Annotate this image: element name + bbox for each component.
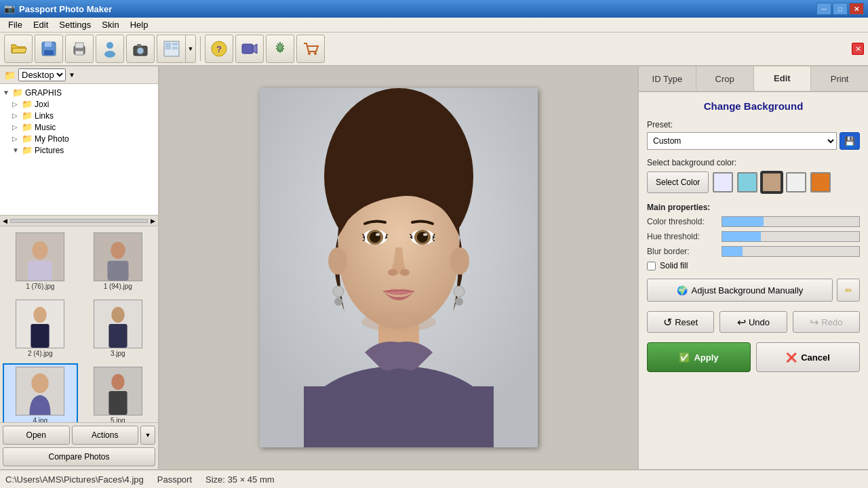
svg-rect-32	[31, 324, 50, 348]
thumb-item-3[interactable]: 3.jpg	[81, 296, 156, 361]
tab-id-type[interactable]: ID Type	[639, 66, 696, 91]
folder-expand-btn[interactable]: ▼	[68, 71, 75, 79]
hscroll-right[interactable]: ▶	[149, 218, 157, 224]
svg-point-23	[314, 52, 317, 55]
toolbar-camera[interactable]	[126, 35, 155, 63]
cancel-label: Cancel	[801, 352, 830, 363]
bottom-row1: Open Actions ▼	[3, 426, 155, 445]
app-title: Passport Photo Maker	[19, 4, 816, 14]
tree-exp-links[interactable]: ▷	[12, 112, 22, 119]
tree-expander-graphis[interactable]: ▼	[3, 89, 12, 96]
blur-border-slider[interactable]	[722, 246, 860, 257]
tree-item-links[interactable]: ▷ 📁 Links	[12, 110, 155, 121]
redo-button[interactable]: ↪ Redo	[793, 311, 860, 333]
hue-threshold-slider[interactable]	[722, 231, 860, 242]
thumb-item-1[interactable]: 1 (94).jpg	[81, 229, 156, 293]
svg-point-31	[34, 307, 47, 323]
tree-item-music[interactable]: ▷ 📁 Music	[12, 121, 155, 133]
menu-help[interactable]: Help	[125, 18, 154, 31]
tree-exp-pictures[interactable]: ▼	[12, 146, 22, 154]
tree-folder-icon-links: 📁	[22, 110, 33, 121]
color-threshold-row: Color threshold:	[647, 216, 860, 227]
thumb-item-4[interactable]: 4.jpg	[3, 363, 78, 422]
select-color-button[interactable]: Select Color	[647, 171, 709, 193]
pencil-button[interactable]: ✏	[837, 279, 860, 302]
tab-edit[interactable]: Edit	[754, 66, 812, 91]
toolbar-person[interactable]	[96, 35, 124, 63]
thumb-item-2[interactable]: 2 (4).jpg	[3, 296, 78, 361]
cancel-button[interactable]: ❌ Cancel	[756, 342, 860, 372]
actions-button[interactable]: Actions	[72, 426, 139, 445]
maximize-button[interactable]: □	[833, 3, 848, 15]
menu-edit[interactable]: Edit	[28, 18, 54, 31]
toolbar-open[interactable]	[4, 35, 33, 63]
menu-file[interactable]: File	[3, 18, 28, 31]
compare-photos-button[interactable]: Compare Photos	[3, 447, 155, 466]
tree-item-pictures[interactable]: ▼ 📁 Pictures	[12, 144, 155, 156]
file-browser: 📁 Desktop ▼ ▼ 📁 GRAPHIS ▷ 📁 Joxi	[0, 66, 158, 226]
solid-fill-label: Solid fill	[660, 261, 688, 270]
color-threshold-slider[interactable]	[722, 216, 860, 227]
color-swatch-1[interactable]	[737, 172, 757, 192]
thumb-item-5[interactable]: 5.jpg	[81, 363, 156, 422]
toolbar-save[interactable]	[35, 35, 63, 63]
apply-button[interactable]: ✅ Apply	[647, 342, 751, 372]
toolbar-cart[interactable]	[296, 35, 325, 63]
right-panel: ID Type Crop Edit Print Change Backgroun…	[637, 66, 868, 469]
actions-dropdown-button[interactable]: ▼	[140, 426, 155, 445]
tree-folder-icon-myphoto: 📁	[22, 134, 33, 144]
title-bar: 📷 Passport Photo Maker ─ □ ✕	[0, 0, 868, 18]
tab-crop[interactable]: Crop	[696, 66, 754, 91]
reset-icon: ↺	[663, 316, 672, 329]
preset-select[interactable]: Custom	[647, 132, 837, 150]
tree-hscroll[interactable]: ◀ ▶	[0, 215, 158, 226]
hscroll-left[interactable]: ◀	[1, 218, 9, 224]
color-swatch-0[interactable]	[713, 172, 733, 192]
open-button[interactable]: Open	[3, 426, 70, 445]
close-button[interactable]: ✕	[849, 3, 864, 15]
svg-point-68	[450, 247, 469, 274]
svg-rect-40	[108, 391, 127, 415]
color-swatch-2[interactable]	[762, 172, 782, 192]
hscroll-track[interactable]	[10, 219, 148, 223]
folder-header: 📁 Desktop ▼	[0, 66, 158, 84]
svg-point-60	[423, 233, 427, 236]
thumb-img-0	[16, 232, 64, 281]
toolbar-print[interactable]	[65, 35, 94, 63]
folder-icon: 📁	[4, 70, 16, 81]
color-swatch-3[interactable]	[786, 172, 806, 192]
menu-settings[interactable]: Settings	[54, 18, 96, 31]
svg-point-28	[111, 242, 125, 259]
tree-label-myphoto: My Photo	[35, 134, 69, 144]
tree-item-myphoto[interactable]: ▷ 📁 My Photo	[12, 133, 155, 144]
tree-exp-joxi[interactable]: ▷	[12, 100, 22, 108]
undo-button[interactable]: ↩ Undo	[719, 311, 787, 333]
tree-item-joxi[interactable]: ▷ 📁 Joxi	[12, 98, 155, 110]
reset-label: Reset	[675, 317, 698, 327]
reset-button[interactable]: ↺ Reset	[647, 311, 714, 333]
toolbar-template-dropdown[interactable]: ▼	[185, 35, 196, 63]
tree-item-graphis[interactable]: ▼ 📁 GRAPHIS	[3, 87, 155, 98]
minimize-button[interactable]: ─	[816, 3, 831, 15]
cancel-icon: ❌	[786, 352, 797, 363]
thumb-img-3	[94, 300, 142, 348]
folder-dropdown[interactable]: Desktop	[18, 68, 66, 81]
tab-print[interactable]: Print	[811, 66, 868, 91]
adjust-bg-button[interactable]: 🌍 Adjust Background Manually	[647, 279, 833, 302]
tree-exp-music[interactable]: ▷	[12, 123, 22, 131]
color-swatch-4[interactable]	[810, 172, 831, 192]
svg-point-22	[308, 52, 311, 55]
toolbar-settings[interactable]	[266, 35, 294, 63]
toolbar-help[interactable]: ?	[205, 35, 233, 63]
menu-skin[interactable]: Skin	[96, 18, 124, 31]
tree-children-graphis: ▷ 📁 Joxi ▷ 📁 Links ▷ 📁 Music	[12, 98, 155, 156]
thumb-label-0: 1 (76).jpg	[26, 283, 54, 290]
tree-exp-myphoto[interactable]: ▷	[12, 135, 22, 142]
solid-fill-row: Solid fill	[647, 261, 860, 270]
toolbar-template[interactable]	[157, 35, 185, 63]
thumb-item-0[interactable]: 1 (76).jpg	[3, 229, 78, 293]
toolbar-close-x[interactable]: ✕	[852, 43, 864, 55]
solid-fill-checkbox[interactable]	[647, 262, 656, 270]
preset-save-button[interactable]: 💾	[840, 132, 860, 150]
toolbar-video[interactable]	[235, 35, 264, 63]
